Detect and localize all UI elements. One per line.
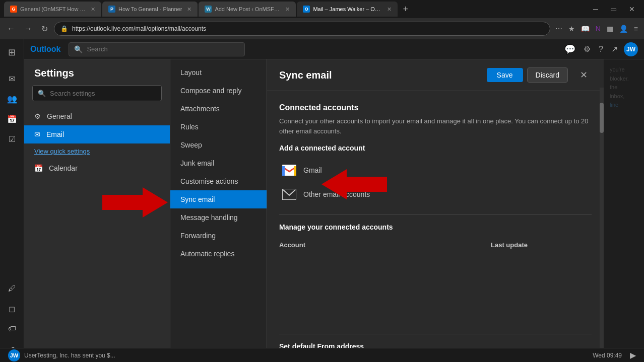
envelope-other-icon (281, 186, 297, 202)
browser-chrome: G General (OnMSFT How To Ge... ✕ P How T… (0, 0, 644, 39)
status-bar: JW UserTesting, Inc. has sent you $... W… (0, 348, 644, 362)
sub-attachments[interactable]: Attachments (170, 100, 267, 118)
forward-button[interactable]: → (21, 22, 35, 35)
status-notification: UserTesting, Inc. has sent you $... (24, 352, 115, 359)
outlook-app: ⊞ ✉ 👥 📅 ☑ 🖊 ◻ 🏷 ↗ Outlook 🔍 💬 ⚙ ? ↗ JW (0, 39, 644, 362)
menu-icon[interactable]: ≡ (632, 23, 640, 35)
apps-nav-icon[interactable]: ◻ (3, 300, 21, 318)
waffle-icon[interactable]: ⊞ (3, 43, 21, 61)
status-send-icon[interactable]: ▶ (630, 350, 636, 360)
window-controls: ─ ▭ ✕ (588, 3, 640, 15)
table-header: Account Last update (279, 237, 592, 253)
manage-section: Manage your connected accounts Account L… (279, 223, 592, 253)
refresh-button[interactable]: ↻ (38, 22, 51, 36)
new-tab-button[interactable]: + (399, 4, 412, 15)
help-icon[interactable]: ? (597, 43, 605, 56)
tab-4-close[interactable]: ✕ (387, 6, 392, 13)
sub-junk[interactable]: Junk email (170, 154, 267, 172)
tab-1-label: General (OnMSFT How To Ge... (20, 6, 86, 12)
settings-search-box[interactable]: 🔍 (32, 85, 162, 101)
email-nav-label: Email (46, 130, 64, 138)
scrollbar-thumb[interactable] (600, 103, 604, 133)
sub-customise[interactable]: Customise actions (170, 172, 267, 190)
sync-email-title: Sync email (279, 69, 487, 81)
reading-view-icon[interactable]: 📖 (579, 23, 592, 35)
tasks-nav-icon[interactable]: ☑ (3, 130, 21, 148)
calendar-nav-label: Calendar (49, 164, 78, 172)
tab-4-favicon: O (303, 6, 310, 13)
lock-icon: 🔒 (60, 25, 68, 32)
extensions-icon[interactable]: ⋯ (553, 23, 564, 35)
outlook-container: Outlook 🔍 💬 ⚙ ? ↗ JW (24, 39, 644, 362)
settings-panel: Settings 🔍 ⚙ General (24, 59, 170, 362)
sub-message[interactable]: Message handling (170, 208, 267, 227)
outlook-search-input[interactable] (87, 45, 239, 53)
sub-auto[interactable]: Automatic replies (170, 245, 267, 263)
view-quick-settings[interactable]: View quick settings (24, 143, 170, 159)
send-icon[interactable]: ↗ (609, 42, 620, 56)
tab-2[interactable]: P How To General - Planner ✕ (102, 2, 198, 17)
outlook-search-box[interactable]: 🔍 (69, 42, 245, 56)
sub-sync[interactable]: Sync email (170, 190, 267, 208)
minimize-button[interactable]: ─ (588, 3, 603, 15)
settings-nav-calendar[interactable]: 📅 Calendar (24, 159, 170, 177)
sidebar-icon[interactable]: ▦ (605, 23, 615, 35)
tab-1-close[interactable]: ✕ (91, 6, 95, 13)
discard-button[interactable]: Discard (527, 67, 568, 83)
save-button[interactable]: Save (487, 68, 523, 82)
calendar-nav-icon[interactable]: 📅 (3, 110, 21, 128)
sub-rules[interactable]: Rules (170, 118, 267, 136)
mail-area: Settings 🔍 ⚙ General (24, 59, 644, 362)
scrollbar-track[interactable] (600, 88, 604, 362)
settings-search-input[interactable] (50, 90, 156, 97)
close-window-button[interactable]: ✕ (624, 3, 640, 15)
bookmarks-icon[interactable]: ★ (566, 23, 577, 35)
mail-nav-icon[interactable]: ✉ (3, 69, 21, 88)
back-button[interactable]: ← (4, 22, 18, 35)
onenote-icon[interactable]: N (594, 23, 603, 35)
account-icon[interactable]: 👤 (617, 23, 630, 35)
status-time: Wed 09:49 (593, 352, 622, 359)
tab-4-label: Mail – James Walker – Outlook (313, 6, 382, 12)
address-bar[interactable]: 🔒 https://outlook.live.com/mail/options/… (54, 22, 550, 36)
topbar-icons: 💬 ⚙ ? ↗ JW (562, 42, 638, 57)
sync-header-buttons: Save Discard ✕ (487, 67, 592, 83)
tab-1[interactable]: G General (OnMSFT How To Ge... ✕ (4, 2, 101, 17)
tab-3[interactable]: W Add New Post ‹ OnMSFT.com — W... ✕ (199, 2, 296, 17)
manage-title: Manage your connected accounts (279, 223, 592, 231)
general-nav-label: General (47, 112, 72, 120)
tab-2-label: How To General - Planner (118, 6, 182, 12)
notes-nav-icon[interactable]: 🖊 (3, 279, 21, 298)
store-nav-icon[interactable]: 🏷 (3, 320, 21, 338)
sub-sweep[interactable]: Sweep (170, 136, 267, 154)
gmail-label: Gmail (303, 166, 322, 174)
settings-nav-email[interactable]: ✉ Email (24, 125, 170, 143)
tab-2-close[interactable]: ✕ (187, 6, 191, 13)
outlook-topbar: Outlook 🔍 💬 ⚙ ? ↗ JW (24, 39, 644, 59)
connected-accounts-desc: Connect your other accounts to import yo… (279, 116, 592, 136)
skype-icon[interactable]: 💬 (562, 42, 577, 57)
user-avatar[interactable]: JW (624, 42, 638, 56)
contacts-nav-icon[interactable]: 👥 (3, 90, 21, 108)
other-accounts-option[interactable]: Other email accounts (279, 182, 592, 206)
sub-compose[interactable]: Compose and reply (170, 82, 267, 100)
sub-forwarding[interactable]: Forwarding (170, 227, 267, 245)
sub-layout[interactable]: Layout (170, 63, 267, 82)
status-right: ▶ (630, 350, 636, 360)
sync-email-panel: Sync email Save Discard ✕ Connected acco… (267, 59, 604, 362)
other-accounts-label: Other email accounts (303, 190, 370, 198)
maximize-button[interactable]: ▭ (605, 3, 622, 15)
gmail-option[interactable]: Gmail (279, 158, 592, 182)
col-account-header: Account (279, 241, 491, 249)
settings-search-icon: 🔍 (38, 90, 46, 97)
tab-3-close[interactable]: ✕ (285, 6, 290, 13)
gmail-svg-icon (282, 165, 296, 176)
close-sync-button[interactable]: ✕ (576, 67, 592, 83)
settings-overlay: Settings 🔍 ⚙ General (24, 59, 644, 362)
svg-rect-3 (282, 166, 285, 176)
settings-nav-general[interactable]: ⚙ General (24, 107, 170, 125)
envelope-svg-icon (282, 189, 296, 200)
tab-1-favicon: G (10, 6, 17, 13)
tab-4[interactable]: O Mail – James Walker – Outlook ✕ (297, 2, 398, 17)
settings-icon[interactable]: ⚙ (582, 42, 593, 56)
